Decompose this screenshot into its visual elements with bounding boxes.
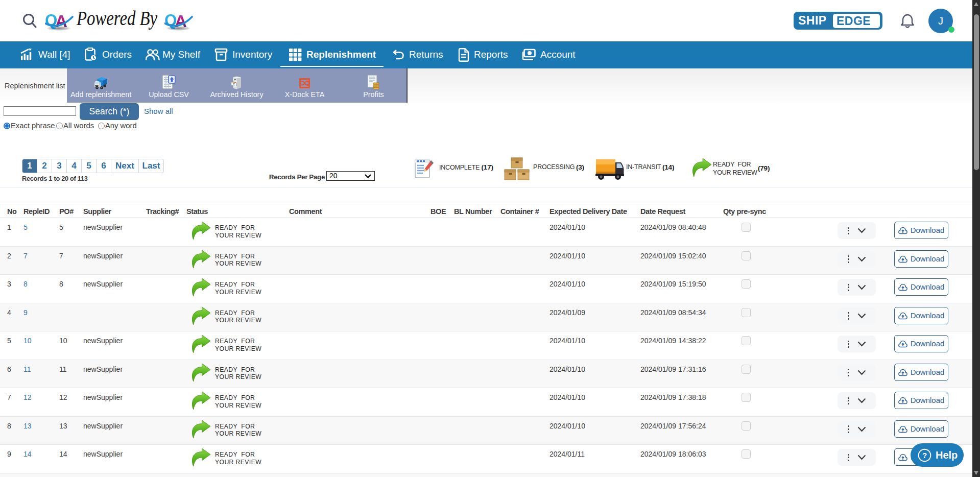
svg-text:A: A (175, 12, 187, 31)
svg-text:A: A (55, 12, 67, 31)
svg-text:?: ? (922, 451, 927, 460)
